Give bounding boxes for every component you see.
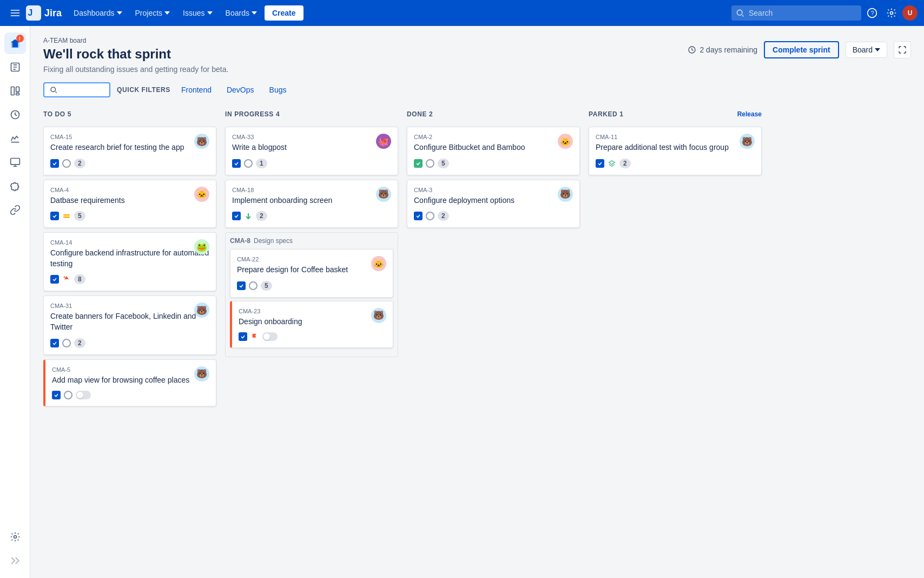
column-parked: PARKED 1 Release CMA-11 Prepare addition… [589,108,762,180]
svg-rect-8 [11,87,14,95]
checkbox-cma-31[interactable] [50,339,59,347]
svg-point-15 [51,87,55,91]
svg-point-2 [737,10,742,15]
card-cma-14[interactable]: CMA-14 Configure backend infrastructure … [43,232,216,291]
sidebar-icon-settings[interactable] [4,526,26,548]
card-cma-2[interactable]: CMA-2 Configure Bitbucket and Bamboo 🐱 5 [407,127,580,175]
checkbox-cma-14[interactable] [50,275,59,284]
avatar-cma-14: 🐸 [194,239,209,254]
card-cma-4[interactable]: CMA-4 Datbase requirements 🐱 5 [43,180,216,228]
checkbox-cma-33[interactable] [232,159,241,168]
user-avatar[interactable]: U [902,5,918,21]
status-circle-cma-2 [426,159,434,168]
svg-point-13 [14,536,16,538]
sidebar-bottom [4,526,26,578]
toggle-cma-5[interactable] [76,391,91,399]
status-circle-cma-31 [62,339,71,347]
main-content: A-TEAM board We'll rock that sprint Fixi… [30,26,924,578]
filter-search-input[interactable] [61,86,104,94]
sidebar-icon-home[interactable]: ! [4,32,26,54]
badge-cma-18: 2 [256,211,267,221]
column-todo: TO DO 5 CMA-15 Create research brief for… [43,108,216,411]
nav-projects[interactable]: Projects [130,5,176,21]
svg-rect-16 [63,214,70,216]
filter-frontend[interactable]: Frontend [177,83,216,96]
complete-sprint-button[interactable]: Complete sprint [764,41,839,58]
checkbox-cma-22[interactable] [237,281,246,290]
epic-group-header: CMA-8 Design specs [230,237,393,245]
badge-cma-22: 5 [261,281,272,291]
jira-logo[interactable]: J Jira [26,5,62,21]
help-icon[interactable]: ? [863,4,881,22]
card-cma-31[interactable]: CMA-31 Create banners for Facebook, Link… [43,295,216,354]
sidebar-icon-link[interactable] [4,199,26,221]
checkbox-cma-11[interactable] [596,159,604,168]
column-header-parked: PARKED 1 Release [589,108,762,120]
status-circle-cma-5 [64,391,72,399]
card-cma-3[interactable]: CMA-3 Configure deployment options 🐻 2 [407,180,580,228]
checkbox-cma-2[interactable] [414,159,423,168]
column-header-inprogress: IN PROGRESS 4 [225,108,398,120]
search-icon [736,9,744,17]
status-circle-cma-33 [244,159,253,168]
notification-badge: ! [16,35,24,42]
board-actions: 2 days remaining Complete sprint Board [688,41,911,58]
top-navigation: J Jira Dashboards Projects Issues Boards… [0,0,924,26]
card-cma-11[interactable]: CMA-11 Prepare additional test with focu… [589,127,762,175]
search-input[interactable] [731,5,861,21]
badge-cma-31: 2 [74,338,85,348]
nav-issues[interactable]: Issues [177,5,217,21]
sidebar-icon-monitor[interactable] [4,152,26,173]
card-cma-33[interactable]: CMA-33 Write a blogpost 🐙 1 [225,127,398,175]
status-circle-cma-3 [426,212,434,220]
checkbox-cma-4[interactable] [50,212,59,220]
create-button[interactable]: Create [265,5,303,21]
nav-dashboards[interactable]: Dashboards [68,5,128,21]
toggle-cma-23[interactable] [262,332,278,341]
badge-cma-33: 1 [256,159,267,168]
svg-rect-12 [10,159,19,165]
hamburger-menu[interactable] [6,4,24,22]
column-header-done: DONE 2 [407,108,580,120]
card-cma-18[interactable]: CMA-18 Implement onboarding screen 🐻 2 [225,180,398,228]
sidebar-icon-board[interactable] [4,80,26,102]
card-cma-15[interactable]: CMA-15 Create research brief for testing… [43,127,216,175]
card-cma-23[interactable]: CMA-23 Design onboarding 🐻 [230,301,393,349]
sidebar-icon-expand[interactable] [4,550,26,572]
filter-devops[interactable]: DevOps [222,83,259,96]
sidebar-icon-chart[interactable] [4,128,26,149]
card-cma-5[interactable]: CMA-5 Add map view for browsing coffee p… [43,359,216,407]
board-view-button[interactable]: Board [846,42,887,58]
checkbox-cma-3[interactable] [414,212,423,220]
sprint-timer: 2 days remaining [688,45,757,54]
avatar-cma-4: 🐱 [194,187,209,202]
checkbox-cma-18[interactable] [232,212,241,220]
avatar-cma-23: 🐻 [371,308,386,323]
board-title-area: A-TEAM board We'll rock that sprint Fixi… [43,37,228,74]
filter-search-box[interactable] [43,82,110,97]
avatar-cma-18: 🐻 [376,187,391,202]
checkbox-cma-15[interactable] [50,159,59,168]
epic-group-cma-8: CMA-8 Design specs CMA-22 Prepare design… [225,232,398,357]
filter-bugs[interactable]: Bugs [265,83,291,96]
avatar-cma-33: 🐙 [376,134,391,149]
sidebar-icon-list[interactable] [4,56,26,78]
priority-medium-cma-4 [62,212,71,220]
badge-cma-4: 5 [74,211,85,221]
quick-filters-label: QUICK FILTERS [117,86,170,94]
badge-cma-11: 2 [619,159,631,168]
nav-boards[interactable]: Boards [220,5,262,21]
settings-icon[interactable] [883,4,900,22]
avatar-cma-2: 🐱 [558,134,573,149]
svg-point-5 [890,12,893,15]
expand-icon-cma-18 [244,212,253,220]
checkbox-cma-23[interactable] [239,332,247,341]
fullscreen-button[interactable] [894,41,911,58]
layers-icon-cma-11 [608,159,616,168]
sidebar-icon-puzzle[interactable] [4,175,26,197]
release-button[interactable]: Release [737,110,762,118]
sidebar-icon-releases[interactable] [4,104,26,126]
card-cma-22[interactable]: CMA-22 Prepare design for Coffee basket … [230,249,393,298]
filter-search-icon [50,86,57,94]
checkbox-cma-5[interactable] [52,391,61,399]
